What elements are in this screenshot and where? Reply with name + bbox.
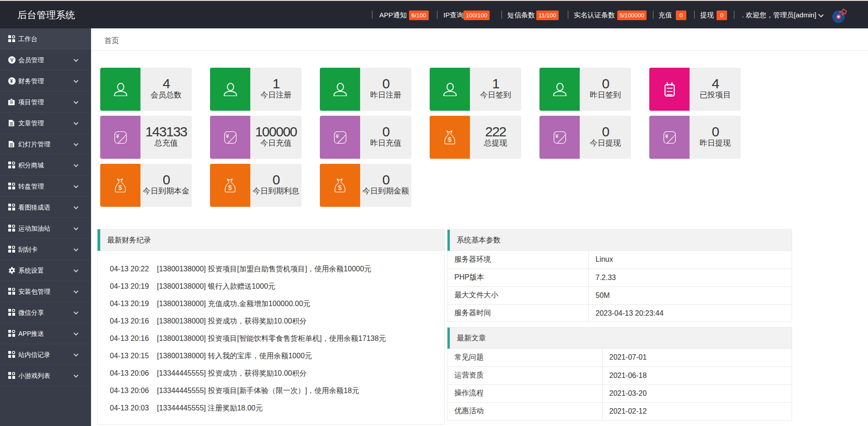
svg-text:¥: ¥ <box>555 133 558 139</box>
svg-text:$: $ <box>448 135 452 143</box>
svg-text:¥: ¥ <box>115 133 119 139</box>
svg-text:$: $ <box>228 183 232 191</box>
svg-text:¥: ¥ <box>664 133 668 139</box>
svg-text:¥: ¥ <box>335 133 339 139</box>
svg-text:¥: ¥ <box>225 133 229 139</box>
svg-text:$: $ <box>119 183 123 191</box>
svg-text:¥: ¥ <box>10 78 13 84</box>
svg-text:V: V <box>11 57 14 63</box>
svg-text:$: $ <box>338 183 342 191</box>
